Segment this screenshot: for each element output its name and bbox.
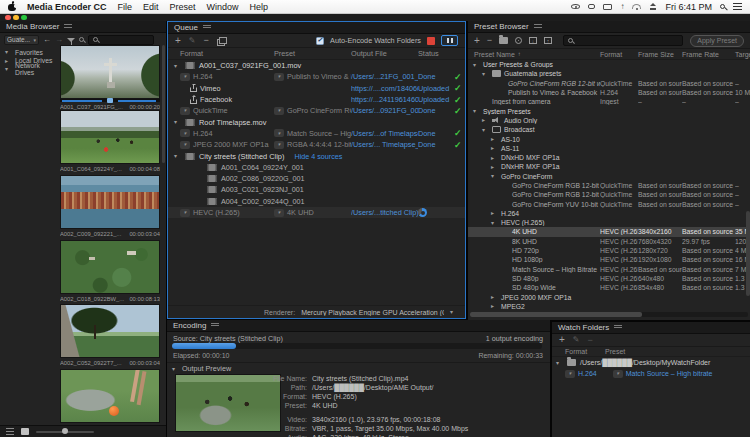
col-frame-rate[interactable]: Frame Rate — [682, 51, 735, 58]
wifi-icon[interactable] — [632, 4, 641, 9]
format-dropdown[interactable] — [180, 73, 190, 81]
thumbnail-size-slider[interactable] — [36, 431, 94, 433]
preset-dropdown[interactable] — [274, 141, 284, 149]
tab-encoding[interactable]: Encoding — [173, 321, 206, 330]
tab-preset-browser[interactable]: Preset Browser — [474, 22, 529, 31]
upload-url-link[interactable]: https://...24119614602283 — [351, 95, 418, 104]
preset-folder-mpeg2[interactable]: MPEG2 — [468, 302, 750, 311]
preset-folder-as10[interactable]: AS-10 — [468, 134, 750, 143]
watch-folder-output-row[interactable]: H.264 Match Source – High bitrate — [552, 368, 750, 379]
preset-dropdown[interactable] — [613, 370, 623, 378]
add-source-button[interactable]: + — [175, 36, 181, 46]
col-format[interactable]: Format — [180, 49, 274, 58]
queue-output-row[interactable]: H.264 Match Source – High bitr... /Users… — [168, 128, 465, 139]
chevron-down-icon[interactable] — [5, 66, 12, 72]
preset-group-system-presets[interactable]: System Presets — [468, 106, 750, 115]
panel-menu-icon[interactable] — [614, 325, 622, 330]
menu-window[interactable]: Window — [207, 2, 239, 12]
clip-card[interactable]: A002_C018_0922BW_...00:00:08:13 — [60, 240, 160, 302]
preset-dropdown[interactable] — [274, 107, 284, 115]
preset-row-sd-480p[interactable]: SD 480pHEVC (H.265)640x480Based on sourc… — [468, 274, 750, 283]
queue-source-group[interactable]: City streets (Stitched Clip)Hide 4 sourc… — [168, 150, 465, 161]
panel-menu-icon[interactable] — [203, 25, 211, 30]
clip-card[interactable]: A001_C064_09224Y_...00:00:04:08 — [60, 110, 160, 172]
chevron-right-icon[interactable] — [491, 145, 498, 151]
new-group-button[interactable] — [499, 37, 508, 44]
menu-edit[interactable]: Edit — [143, 2, 159, 12]
slider-handle[interactable] — [62, 428, 68, 434]
preset-row-hd-1080p[interactable]: HD 1080pHEVC (H.265)1920x1080Based on so… — [468, 255, 750, 264]
menu-help[interactable]: Help — [250, 2, 269, 12]
spotlight-search-icon[interactable] — [720, 4, 725, 9]
status-chat-icon[interactable] — [588, 4, 595, 9]
chevron-down-icon[interactable] — [482, 127, 489, 133]
preset-folder-jpeg2000[interactable]: JPEG 2000 MXF OP1a — [468, 292, 750, 301]
queue-source-item[interactable]: A001_C064_09224Y_001 — [168, 162, 465, 173]
chevron-down-icon[interactable] — [172, 366, 179, 372]
apply-preset-button[interactable]: Apply Preset — [690, 35, 744, 47]
preset-row-4k-uhd[interactable]: 4K UHDHEVC (H.265)3840x2160Based on sour… — [468, 227, 750, 236]
chevron-right-icon[interactable] — [482, 117, 489, 123]
preset-folder-dnxhr[interactable]: DNxHR MXF OP1a — [468, 162, 750, 171]
chevron-down-icon[interactable] — [473, 62, 480, 68]
media-scrollbar[interactable] — [162, 45, 165, 163]
edit-watch-folder-button[interactable]: ✎ — [573, 336, 580, 344]
hide-sources-link[interactable]: Hide 4 sources — [294, 152, 342, 161]
remove-watch-folder-button[interactable]: − — [588, 336, 593, 345]
status-display-icon[interactable] — [603, 4, 612, 10]
scrollbar-thumb[interactable] — [470, 312, 642, 317]
stop-queue-button[interactable] — [427, 37, 435, 45]
back-arrow-icon[interactable]: ← — [43, 36, 51, 44]
edit-button[interactable]: ✎ — [189, 37, 196, 45]
playhead[interactable] — [107, 98, 113, 103]
format-dropdown[interactable] — [180, 209, 190, 217]
format-dropdown[interactable] — [180, 141, 190, 149]
preset-row-8k-uhd[interactable]: 8K UHDHEVC (H.265)7680x432029.97 fps120 … — [468, 237, 750, 246]
clip-card[interactable]: A002_C052_0922T7_...00:00:03:04 — [60, 304, 160, 366]
format-dropdown[interactable] — [565, 370, 575, 378]
menu-preset[interactable]: Preset — [170, 2, 196, 12]
pause-queue-button[interactable] — [441, 35, 458, 46]
col-preset[interactable]: Preset — [605, 348, 750, 355]
queue-encoding-row[interactable]: HEVC (H.265) 4K UHD /Users/...titched Cl… — [168, 207, 465, 218]
preset-row-match-source[interactable]: Match Source – High BitrateHEVC (H.265)B… — [468, 265, 750, 274]
queue-source-group[interactable]: A001_C037_0921FG_001.mov — [168, 60, 465, 71]
tree-item-favorites[interactable]: Favorites — [0, 48, 58, 57]
queue-source-item[interactable]: A004_C002_09244Q_001 — [168, 196, 465, 207]
chevron-down-icon[interactable] — [491, 220, 498, 226]
import-presets-button[interactable]: ↓ — [529, 37, 537, 44]
col-target-rate[interactable]: Target Rate — [735, 51, 750, 58]
preset-horizontal-scrollbar[interactable] — [470, 312, 748, 317]
format-dropdown[interactable] — [180, 107, 190, 115]
duplicate-button[interactable] — [217, 37, 226, 45]
preset-dropdown[interactable] — [274, 209, 284, 217]
thumbnail-view-icon[interactable] — [21, 428, 29, 435]
preset-folder-guatemala[interactable]: Guatemala presets — [468, 69, 750, 78]
preset-search-input[interactable] — [563, 35, 683, 46]
preset-folder-broadcast[interactable]: Broadcast — [468, 125, 750, 134]
output-file-link[interactable]: /Users/...titched Clip).mp4 — [351, 208, 418, 217]
preset-folder-h264[interactable]: H.264 — [468, 209, 750, 218]
watch-folder-row[interactable]: /Users/██████/Desktop/MyWatchFolder — [552, 357, 750, 368]
menu-clock[interactable]: Fri 6:41 PM — [665, 2, 712, 12]
col-preset[interactable]: Preset — [274, 49, 351, 58]
preset-folder-as11[interactable]: AS-11 — [468, 144, 750, 153]
col-output-file[interactable]: Output File — [351, 49, 418, 58]
queue-output-row[interactable]: JPEG 2000 MXF OP1a RGBA 4:4:4:4 12-bit (… — [168, 139, 465, 150]
preset-row-sd-480p-wide[interactable]: SD 480p WideHEVC (H.265)854x480Based on … — [468, 283, 750, 292]
notification-center-icon[interactable] — [733, 3, 742, 10]
preset-row-alias[interactable]: GoPro CineForm RGB 12-bit with alpha (Al… — [468, 79, 750, 88]
remove-preset-button[interactable]: − — [487, 36, 492, 45]
minimize-window-button[interactable] — [13, 15, 19, 21]
queue-output-row[interactable]: QuickTime GoPro CineForm RGB 12... /User… — [168, 105, 465, 116]
queue-source-group[interactable]: Roof Timelapse.mov — [168, 116, 465, 127]
panel-menu-icon[interactable] — [211, 323, 219, 328]
chevron-down-icon[interactable] — [5, 49, 12, 55]
chevron-right-icon[interactable] — [491, 155, 498, 161]
remove-button[interactable]: − — [204, 36, 209, 45]
menu-app-name[interactable]: Media Encoder CC — [27, 2, 107, 12]
clip-card[interactable] — [60, 369, 160, 423]
chevron-down-icon[interactable] — [473, 108, 480, 114]
preset-row-publish-vimeo-facebook[interactable]: Publish to Vimeo & FacebookH.264Based on… — [468, 88, 750, 97]
preset-folder-dnxhd[interactable]: DNxHD MXF OP1a — [468, 153, 750, 162]
